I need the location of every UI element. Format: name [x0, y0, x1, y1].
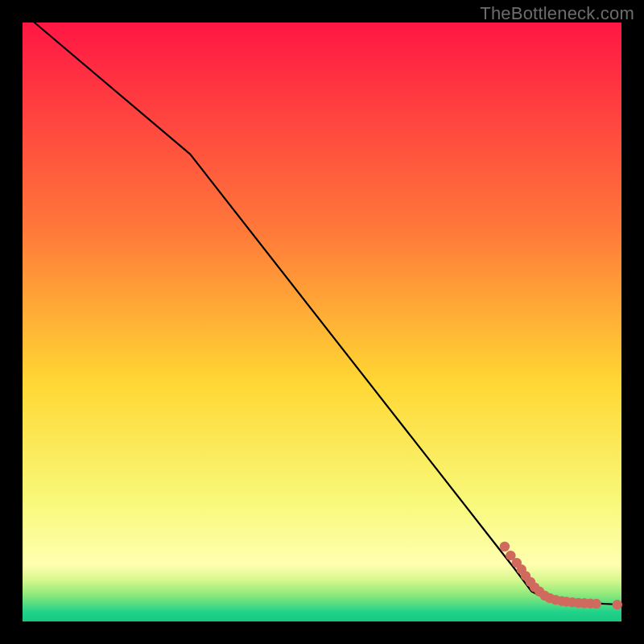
- watermark-text: TheBottleneck.com: [480, 3, 634, 24]
- scatter-point: [592, 599, 601, 609]
- chart-container: TheBottleneck.com: [0, 0, 644, 644]
- scatter-point: [613, 600, 622, 609]
- scatter-point: [500, 542, 510, 551]
- bottleneck-chart: [0, 0, 644, 644]
